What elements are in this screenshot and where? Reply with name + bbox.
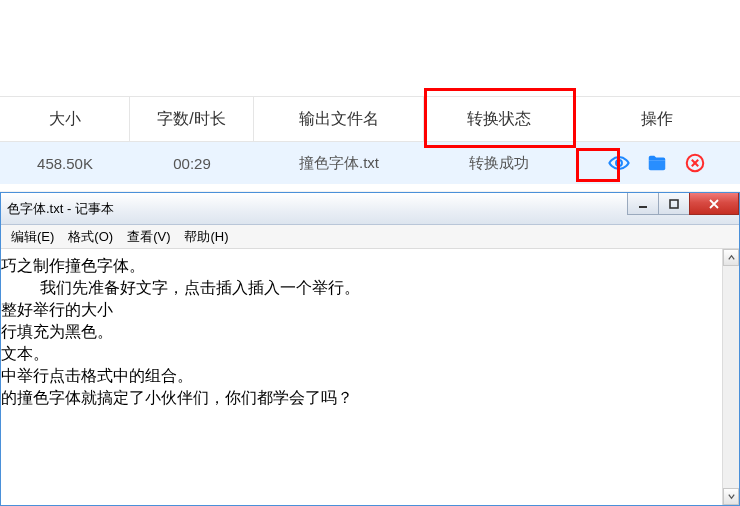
vertical-scrollbar[interactable] xyxy=(722,249,739,505)
preview-button[interactable] xyxy=(608,152,630,174)
menu-view[interactable]: 查看(V) xyxy=(121,226,176,248)
notepad-body: 巧之制作撞色字体。 我们先准备好文字，点击插入插入一个举行。 整好举行的大小 行… xyxy=(1,249,739,505)
maximize-button[interactable] xyxy=(658,193,690,215)
menu-edit[interactable]: 编辑(E) xyxy=(5,226,60,248)
cell-count: 00:29 xyxy=(130,142,254,184)
cell-size: 458.50K xyxy=(0,142,130,184)
minimize-icon xyxy=(637,198,649,210)
delete-icon xyxy=(684,152,706,174)
notepad-text[interactable]: 巧之制作撞色字体。 我们先准备好文字，点击插入插入一个举行。 整好举行的大小 行… xyxy=(1,249,739,415)
table-header-row: 大小 字数/时长 输出文件名 转换状态 操作 xyxy=(0,96,740,142)
maximize-icon xyxy=(668,198,680,210)
conversion-table: 大小 字数/时长 输出文件名 转换状态 操作 458.50K 00:29 撞色字… xyxy=(0,0,740,184)
titlebar[interactable]: 色字体.txt - 记事本 xyxy=(1,193,739,225)
scroll-down-button[interactable] xyxy=(723,488,739,505)
table-row[interactable]: 458.50K 00:29 撞色字体.txt 转换成功 xyxy=(0,142,740,184)
svg-point-0 xyxy=(616,160,622,166)
close-icon xyxy=(707,197,721,211)
window-buttons xyxy=(628,193,739,215)
menu-help[interactable]: 帮助(H) xyxy=(178,226,234,248)
cell-ops xyxy=(574,142,740,184)
header-outname: 输出文件名 xyxy=(254,97,424,141)
close-button[interactable] xyxy=(689,193,739,215)
header-size: 大小 xyxy=(0,97,130,141)
svg-rect-4 xyxy=(639,206,647,208)
chevron-up-icon xyxy=(727,253,736,262)
notepad-window: 色字体.txt - 记事本 编辑(E) 格式(O) 查看(V) 帮助(H) 巧之… xyxy=(0,192,740,506)
cell-outname: 撞色字体.txt xyxy=(254,142,424,184)
menubar: 编辑(E) 格式(O) 查看(V) 帮助(H) xyxy=(1,225,739,249)
minimize-button[interactable] xyxy=(627,193,659,215)
open-folder-button[interactable] xyxy=(646,152,668,174)
header-status: 转换状态 xyxy=(424,97,574,141)
cell-status: 转换成功 xyxy=(424,142,574,184)
menu-format[interactable]: 格式(O) xyxy=(62,226,119,248)
header-count: 字数/时长 xyxy=(130,97,254,141)
scroll-up-button[interactable] xyxy=(723,249,739,266)
delete-button[interactable] xyxy=(684,152,706,174)
eye-icon xyxy=(608,152,630,174)
scroll-track[interactable] xyxy=(723,266,739,488)
chevron-down-icon xyxy=(727,492,736,501)
header-ops: 操作 xyxy=(574,97,740,141)
window-title: 色字体.txt - 记事本 xyxy=(7,200,114,218)
svg-rect-5 xyxy=(670,200,678,208)
folder-icon xyxy=(646,152,668,174)
